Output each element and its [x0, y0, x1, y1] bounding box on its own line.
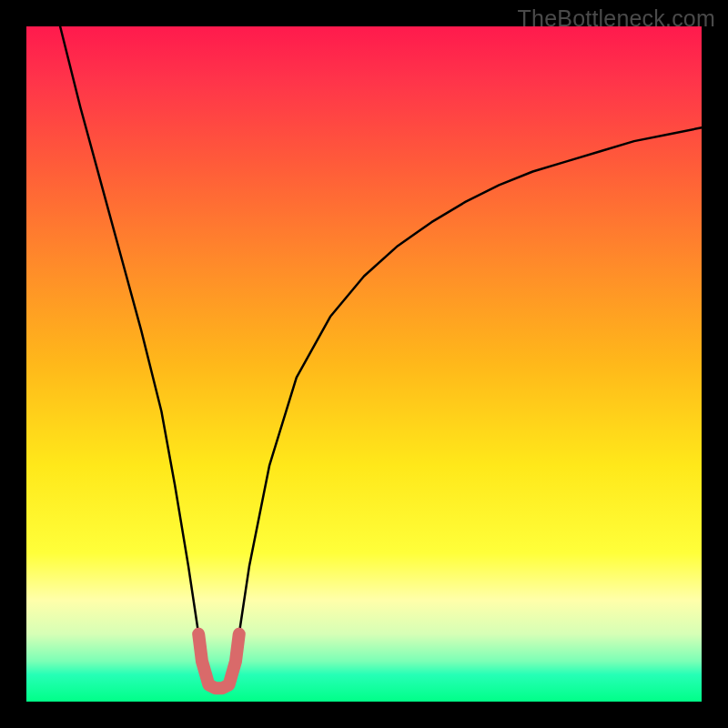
chart-frame: TheBottleneck.com — [0, 0, 728, 728]
watermark-text: TheBottleneck.com — [518, 5, 715, 32]
curve-svg — [26, 26, 702, 702]
plot-area — [26, 26, 702, 702]
bottleneck-curve — [60, 26, 702, 684]
bottleneck-highlight — [198, 634, 239, 688]
